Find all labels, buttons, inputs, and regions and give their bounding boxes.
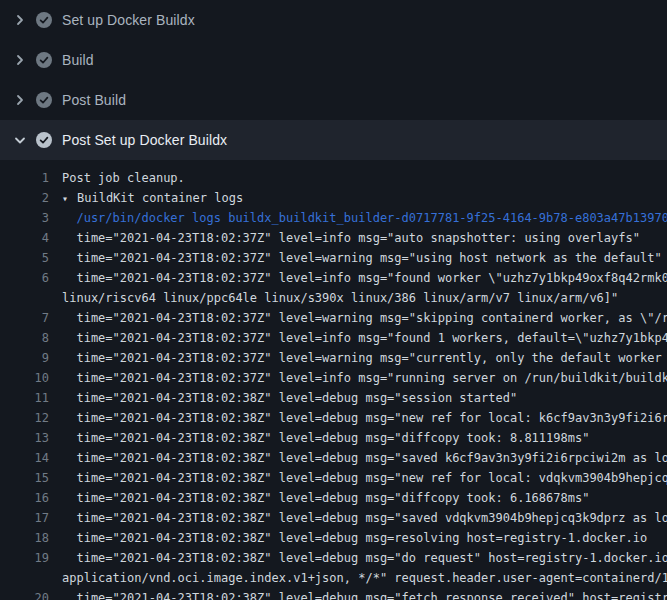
log-line: 11 time="2021-04-23T18:02:38Z" level=deb… — [0, 388, 667, 408]
log-line-text: time="2021-04-23T18:02:38Z" level=debug … — [62, 591, 667, 600]
log-line: 20 time="2021-04-23T18:02:38Z" level=deb… — [0, 588, 667, 600]
log-line-number[interactable]: 4 — [0, 228, 49, 248]
log-line: 7 time="2021-04-23T18:02:37Z" level=warn… — [0, 308, 667, 328]
log-line-text: linux/riscv64 linux/ppc64le linux/s390x … — [62, 291, 618, 305]
check-circle-icon — [36, 132, 52, 148]
log-line-number[interactable]: 20 — [0, 588, 49, 600]
log-line-text: time="2021-04-23T18:02:37Z" level=info m… — [62, 331, 667, 345]
log-group-caret-icon[interactable]: ▾ — [62, 189, 77, 208]
log-line: 5 time="2021-04-23T18:02:37Z" level=warn… — [0, 248, 667, 268]
chevron-right-icon — [12, 92, 28, 108]
log-line-text: time="2021-04-23T18:02:37Z" level=warnin… — [62, 351, 667, 365]
log-line-text: time="2021-04-23T18:02:38Z" level=debug … — [62, 471, 667, 485]
log-line-number[interactable]: 13 — [0, 428, 49, 448]
log-line-number[interactable]: 19 — [0, 548, 49, 568]
log-view: 1Post job cleanup.2▾BuildKit container l… — [0, 160, 667, 600]
log-line: 4 time="2021-04-23T18:02:37Z" level=info… — [0, 228, 667, 248]
log-line: 17 time="2021-04-23T18:02:38Z" level=deb… — [0, 508, 667, 528]
log-line-number[interactable]: 6 — [0, 268, 49, 288]
log-line-text: time="2021-04-23T18:02:38Z" level=debug … — [62, 451, 667, 465]
log-line-text: application/vnd.oci.image.index.v1+json,… — [62, 571, 667, 585]
step-title: Post Set up Docker Buildx — [62, 132, 227, 148]
log-line: 16 time="2021-04-23T18:02:38Z" level=deb… — [0, 488, 667, 508]
chevron-right-icon — [12, 12, 28, 28]
log-line: 12 time="2021-04-23T18:02:38Z" level=deb… — [0, 408, 667, 428]
log-line: 9 time="2021-04-23T18:02:37Z" level=warn… — [0, 348, 667, 368]
log-line: 8 time="2021-04-23T18:02:37Z" level=info… — [0, 328, 667, 348]
log-line-text: time="2021-04-23T18:02:37Z" level=warnin… — [62, 311, 667, 325]
log-line: 19 time="2021-04-23T18:02:38Z" level=deb… — [0, 548, 667, 568]
log-line-number[interactable]: 17 — [0, 508, 49, 528]
log-line-text: time="2021-04-23T18:02:38Z" level=debug … — [62, 491, 589, 505]
log-line-continuation: linux/riscv64 linux/ppc64le linux/s390x … — [0, 288, 667, 308]
log-line-text: time="2021-04-23T18:02:37Z" level=info m… — [62, 371, 667, 385]
log-line: 2▾BuildKit container logs — [0, 188, 667, 208]
log-line-text: time="2021-04-23T18:02:37Z" level=info m… — [62, 231, 640, 245]
log-line-text: time="2021-04-23T18:02:38Z" level=debug … — [62, 531, 647, 545]
log-line-number[interactable]: 7 — [0, 308, 49, 328]
log-line-text: Post job cleanup. — [62, 171, 185, 185]
log-line-text: time="2021-04-23T18:02:38Z" level=debug … — [62, 551, 667, 565]
log-line-number[interactable]: 11 — [0, 388, 49, 408]
log-line-number[interactable]: 1 — [0, 168, 49, 188]
log-line-number[interactable]: 14 — [0, 448, 49, 468]
log-line: 6 time="2021-04-23T18:02:37Z" level=info… — [0, 268, 667, 288]
log-line: 15 time="2021-04-23T18:02:38Z" level=deb… — [0, 468, 667, 488]
log-line: 14 time="2021-04-23T18:02:38Z" level=deb… — [0, 448, 667, 468]
log-line: 18 time="2021-04-23T18:02:38Z" level=deb… — [0, 528, 667, 548]
log-line: 13 time="2021-04-23T18:02:38Z" level=deb… — [0, 428, 667, 448]
log-line-number[interactable]: 15 — [0, 468, 49, 488]
log-line-number[interactable]: 16 — [0, 488, 49, 508]
log-line-number[interactable]: 9 — [0, 348, 49, 368]
log-line-text: time="2021-04-23T18:02:38Z" level=debug … — [62, 411, 667, 425]
step-title: Set up Docker Buildx — [62, 12, 195, 28]
log-line-text: time="2021-04-23T18:02:38Z" level=debug … — [62, 391, 517, 405]
log-line-text: BuildKit container logs — [77, 191, 243, 205]
log-line-number[interactable]: 12 — [0, 408, 49, 428]
chevron-down-icon — [12, 132, 28, 148]
log-line-number[interactable]: 2 — [0, 188, 49, 208]
step-title: Build — [62, 52, 94, 68]
log-line: 1Post job cleanup. — [0, 168, 667, 188]
log-line-text: time="2021-04-23T18:02:38Z" level=debug … — [62, 511, 667, 525]
log-line-text: time="2021-04-23T18:02:38Z" level=debug … — [62, 431, 589, 445]
check-circle-icon — [36, 92, 52, 108]
step-header-post-set-up-docker-buildx[interactable]: Post Set up Docker Buildx — [0, 120, 667, 160]
log-line-text: time="2021-04-23T18:02:37Z" level=info m… — [62, 271, 667, 285]
step-title: Post Build — [62, 92, 126, 108]
log-line-number[interactable]: 10 — [0, 368, 49, 388]
log-line-continuation: application/vnd.oci.image.index.v1+json,… — [0, 568, 667, 588]
check-circle-icon — [36, 12, 52, 28]
step-header-post-build[interactable]: Post Build — [0, 80, 667, 120]
log-command-text: /usr/bin/docker logs buildx_buildkit_bui… — [62, 211, 667, 225]
log-line-number[interactable]: 3 — [0, 208, 49, 228]
check-circle-icon — [36, 52, 52, 68]
steps-list: Set up Docker BuildxBuildPost BuildPost … — [0, 0, 667, 160]
chevron-right-icon — [12, 52, 28, 68]
log-line-number[interactable]: 5 — [0, 248, 49, 268]
step-header-set-up-docker-buildx[interactable]: Set up Docker Buildx — [0, 0, 667, 40]
log-line: 3 /usr/bin/docker logs buildx_buildkit_b… — [0, 208, 667, 228]
log-line-text: time="2021-04-23T18:02:37Z" level=warnin… — [62, 251, 662, 265]
step-header-build[interactable]: Build — [0, 40, 667, 80]
log-line-number[interactable]: 18 — [0, 528, 49, 548]
log-line-number[interactable]: 8 — [0, 328, 49, 348]
log-line: 10 time="2021-04-23T18:02:37Z" level=inf… — [0, 368, 667, 388]
